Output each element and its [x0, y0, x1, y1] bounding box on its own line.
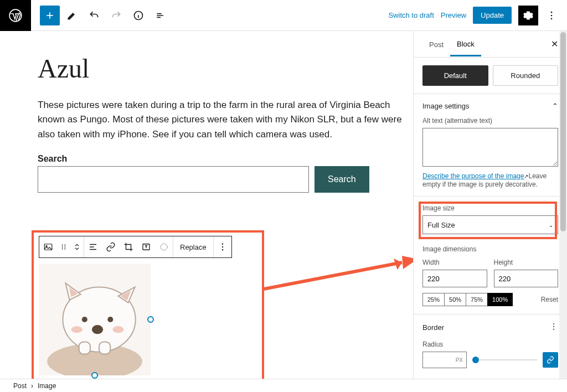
search-label: Search [38, 154, 413, 164]
image-size-select[interactable]: Full Size ⌄ [422, 215, 558, 234]
border-more-icon[interactable] [549, 322, 558, 333]
editor-canvas: Azul These pictures were taken during a … [0, 31, 413, 379]
drag-handle-icon[interactable] [57, 236, 70, 257]
svg-point-8 [62, 246, 63, 247]
style-default[interactable]: Default [422, 65, 488, 86]
replace-button[interactable]: Replace [173, 243, 213, 251]
redo-button[interactable] [106, 6, 126, 25]
svg-point-3 [551, 14, 553, 16]
svg-point-2 [551, 11, 553, 13]
alt-text-input[interactable] [422, 128, 558, 167]
image-settings-title: Image settings [422, 102, 470, 110]
border-panel: Border Radius PX [414, 314, 567, 376]
search-button[interactable]: Search [315, 166, 369, 193]
breadcrumb-image[interactable]: Image [38, 382, 56, 390]
link-radius-icon[interactable] [543, 352, 558, 368]
image-block[interactable] [39, 264, 151, 375]
svg-rect-26 [99, 342, 110, 354]
block-more-options[interactable] [214, 236, 231, 257]
reset-button[interactable]: Reset [541, 296, 558, 303]
settings-button[interactable] [518, 6, 538, 25]
image-dimensions-panel: Image dimensions Width Height 25% 50% 75… [414, 238, 567, 314]
crop-button[interactable] [120, 236, 137, 257]
tab-block[interactable]: Block [450, 32, 481, 56]
scrollbar[interactable] [559, 31, 567, 379]
chevron-up-icon[interactable]: ⌃ [552, 102, 558, 110]
more-options-button[interactable] [545, 6, 558, 25]
width-input[interactable] [422, 270, 487, 287]
height-label: Height [494, 259, 559, 266]
add-block-button[interactable] [40, 6, 60, 25]
svg-point-23 [71, 326, 83, 333]
svg-point-31 [553, 326, 554, 327]
svg-marker-29 [402, 256, 413, 269]
svg-line-27 [264, 262, 402, 289]
search-input[interactable] [38, 166, 309, 193]
svg-point-20 [82, 317, 87, 322]
svg-point-7 [62, 245, 63, 246]
info-button[interactable] [128, 6, 148, 25]
svg-rect-25 [79, 342, 90, 354]
radius-input[interactable]: PX [422, 352, 467, 368]
edit-mode-button[interactable] [62, 6, 82, 25]
move-updown-icon[interactable] [70, 236, 84, 257]
svg-point-4 [551, 18, 553, 19]
settings-sidebar: Post Block ✕ Default Rounded Image setti… [413, 31, 567, 379]
svg-point-17 [222, 249, 223, 250]
block-breadcrumb: Post › Image [0, 379, 567, 392]
height-input[interactable] [494, 270, 559, 287]
svg-point-21 [107, 317, 113, 322]
svg-point-16 [222, 246, 223, 247]
top-toolbar: Switch to draft Preview Update [0, 0, 567, 31]
image-dimensions-label: Image dimensions [422, 245, 558, 253]
svg-marker-28 [394, 257, 403, 270]
undo-button[interactable] [84, 6, 104, 25]
insert-link-button[interactable] [102, 236, 120, 257]
annotation-arrow [264, 256, 413, 295]
width-label: Width [422, 259, 487, 266]
sidebar-tabs: Post Block ✕ [414, 31, 567, 58]
duotone-button[interactable] [155, 236, 173, 257]
image-settings-panel: Image settings ⌃ Alt text (alternative t… [414, 94, 567, 197]
alt-text-label: Alt text (alternative text) [422, 117, 558, 125]
align-button[interactable] [84, 236, 102, 257]
pct-100-button[interactable]: 100% [487, 293, 513, 306]
svg-point-9 [62, 249, 63, 250]
svg-point-24 [112, 326, 123, 333]
svg-point-22 [92, 325, 103, 334]
style-rounded[interactable]: Rounded [493, 65, 559, 86]
svg-point-12 [64, 249, 65, 250]
post-paragraph[interactable]: These pictures were taken during a trip … [38, 98, 413, 142]
text-overlay-button[interactable] [137, 236, 155, 257]
cat-illustration [39, 264, 151, 375]
svg-point-14 [161, 244, 167, 250]
wordpress-logo[interactable] [0, 0, 31, 31]
block-type-icon[interactable] [39, 236, 57, 257]
svg-point-15 [222, 244, 223, 245]
preview-button[interactable]: Preview [441, 11, 466, 19]
switch-draft-button[interactable]: Switch to draft [388, 11, 434, 19]
close-sidebar-button[interactable]: ✕ [551, 39, 558, 49]
radius-slider[interactable] [472, 359, 537, 360]
resize-handle-bottom[interactable] [91, 372, 98, 379]
chevron-down-icon: ⌄ [549, 222, 553, 228]
alt-help-link[interactable]: Describe the purpose of the image [422, 172, 524, 180]
radius-label: Radius [422, 341, 558, 348]
update-button[interactable]: Update [473, 7, 512, 24]
pct-75-button[interactable]: 75% [466, 293, 488, 306]
tab-post[interactable]: Post [422, 33, 450, 55]
image-size-panel: Image size Full Size ⌄ [414, 197, 567, 238]
list-view-button[interactable] [151, 6, 171, 25]
resize-handle-right[interactable] [147, 316, 154, 323]
svg-point-10 [64, 245, 65, 246]
pct-25-button[interactable]: 25% [422, 293, 445, 306]
breadcrumb-post[interactable]: Post [13, 382, 27, 390]
post-title[interactable]: Azul [38, 53, 413, 84]
pct-50-button[interactable]: 50% [444, 293, 466, 306]
svg-point-11 [64, 246, 65, 247]
block-toolbar: Replace [39, 236, 232, 258]
block-styles: Default Rounded [414, 58, 567, 94]
toolbar-left [31, 6, 171, 25]
image-size-label: Image size [422, 204, 558, 212]
breadcrumb-separator: › [31, 382, 33, 390]
